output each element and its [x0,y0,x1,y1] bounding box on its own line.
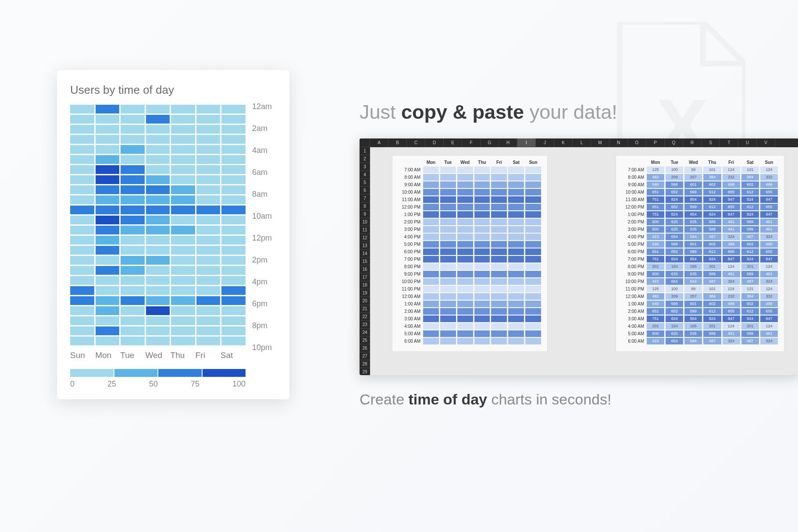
heatmap-cell [171,175,195,184]
heatmap-cell [171,206,195,214]
spreadsheet-content: MonTueWedThuFriSatSun7:00 AM8:00 AM9:00 … [370,147,798,375]
heatmap-cell [146,236,170,245]
heatmap-cell [221,337,246,345]
heatmap-cell [96,206,120,214]
heatmap-cell [146,316,170,325]
heatmap-cell [146,105,170,113]
heatmap-cell [96,125,120,134]
heatmap-cell [171,306,195,315]
heatmap-cell [121,195,145,204]
embedded-heatmap-left: MonTueWedThuFriSatSun7:00 AM8:00 AM9:00 … [392,155,548,352]
heatmap-cell [70,115,94,124]
heatmap-cell [96,185,120,194]
heatmap-cell [146,165,170,174]
heatmap-cell [196,105,221,113]
heatmap-cell [171,155,195,164]
spreadsheet-preview: ABCDEFGHIJKLMNOPQRSTUV 12345678910111213… [360,138,798,375]
heatmap-cell [221,286,246,295]
heatmap-cell [196,326,221,335]
heatmap-cell [146,276,170,285]
heatmap-cell [146,256,170,265]
heatmap-cell [196,266,221,275]
heatmap-cell [171,286,195,295]
heatmap-cell [96,175,120,184]
heatmap-cell [171,246,195,255]
heatmap-cell [121,175,145,184]
heatmap-cell [146,145,170,154]
heatmap-cell [146,155,170,164]
column-headers: ABCDEFGHIJKLMNOPQRSTUV [360,138,798,147]
heatmap-cell [221,326,246,335]
heatmap-cell [196,296,221,305]
heatmap-cell [221,195,246,204]
heatmap-cell [171,135,195,144]
heatmap-cell [121,316,145,325]
heatmap-cell [221,276,246,285]
heatmap-cell [70,326,94,335]
heatmap-cell [70,145,94,154]
heatmap-cell [196,246,221,255]
color-legend: 0255075100 [70,369,246,389]
heatmap-cell [221,185,246,194]
heatmap-cell [96,266,120,275]
heatmap-cell [196,206,221,214]
heatmap-cell [121,286,145,295]
heatmap-cell [196,115,221,124]
heatmap-cell [121,226,145,234]
heatmap-cell [121,206,145,214]
heatmap-cell [196,226,221,234]
heatmap-cell [221,145,246,154]
heatmap-cell [121,266,145,275]
heatmap-cell [146,195,170,204]
heatmap-cell [70,337,94,345]
heatmap-cell [70,286,94,295]
heatmap-cell [121,326,145,335]
heatmap-cell [196,276,221,285]
heatmap-cell [121,125,145,134]
heatmap-cell [96,326,120,335]
heatmap-cell [96,286,120,295]
heatmap-cell [221,316,246,325]
heatmap-cell [70,236,94,245]
heatmap-cell [70,185,94,194]
heatmap-cell [196,216,221,224]
heatmap-cell [70,206,94,214]
heatmap-cell [96,276,120,285]
heatmap-cell [121,165,145,174]
heatmap-cell [171,125,195,134]
heatmap-cell [146,226,170,234]
row-headers: 1234567891011121314151617181920212223242… [360,147,370,375]
heatmap-cell [96,145,120,154]
heatmap-cell [221,135,246,144]
heatmap-cell [70,155,94,164]
heatmap-cell [196,306,221,315]
heatmap-cell [96,155,120,164]
heatmap-cell [70,276,94,285]
heatmap-cell [221,246,246,255]
heatmap-cell [221,266,246,275]
heatmap-cell [121,306,145,315]
heatmap-cell [171,316,195,325]
heatmap-cell [221,206,246,214]
chart-title: Users by time of day [70,83,276,97]
heatmap-cell [146,135,170,144]
heatmap-cell [96,316,120,325]
heatmap-cell [171,216,195,224]
heatmap-cell [171,266,195,275]
heatmap-cell [196,155,221,164]
subline: Create time of day charts in seconds! [360,391,611,408]
heatmap-cell [121,216,145,224]
heatmap-cell [146,266,170,275]
heatmap-cell [70,296,94,305]
heatmap-cell [196,145,221,154]
heatmap-cell [146,216,170,224]
heatmap-cell [171,326,195,335]
heatmap-cell [146,125,170,134]
heatmap-cell [221,105,246,113]
heatmap-cell [96,216,120,224]
heatmap-cell [171,236,195,245]
heatmap-cell [121,135,145,144]
heatmap-cell [70,175,94,184]
heatmap-cell [96,246,120,255]
heatmap-cell [221,236,246,245]
